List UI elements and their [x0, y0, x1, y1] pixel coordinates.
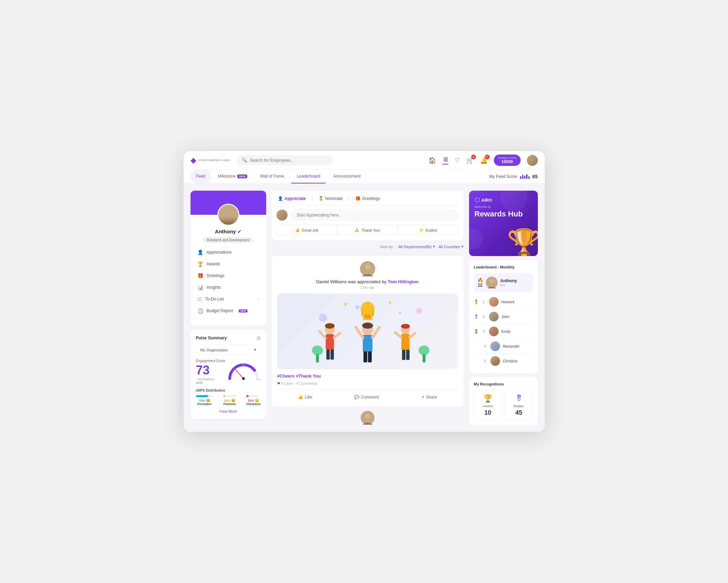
- department-filter[interactable]: All Departments/BU ▾: [399, 244, 435, 249]
- leaderboard-title: Leaderboard - Monthly: [474, 265, 533, 269]
- sidebar-item-appreciations[interactable]: 👤 Appreciations: [191, 246, 266, 258]
- tab-appreciate[interactable]: 👤 Appreciate: [276, 195, 307, 202]
- rewards-title: Rewards Hub: [475, 210, 532, 218]
- engagement-score: 73: [196, 364, 221, 377]
- center-feed: 👤 Appreciate | 🏅 Nominate | 🎁 Greetings: [272, 191, 464, 425]
- lb-rank-5: 5: [484, 359, 486, 363]
- search-bar[interactable]: 🔍: [237, 155, 333, 165]
- view-by-row: View by : All Departments/BU ▾ All Count…: [272, 244, 464, 249]
- post-image: ★ ★ ✦: [277, 294, 458, 369]
- leaderboard-card: Leaderboard - Monthly 🔥 12: [469, 260, 538, 373]
- svg-line-0: [235, 369, 243, 379]
- lb-item-5: 5 Christine: [474, 354, 533, 368]
- post-input[interactable]: [291, 210, 459, 221]
- sidebar-item-label: Greetings: [207, 273, 225, 278]
- lb-first-avatar: [486, 277, 498, 288]
- kudos-button[interactable]: ⭐ Kudos!: [398, 225, 459, 235]
- svg-line-32: [395, 332, 401, 338]
- appreciation-tabs: 👤 Appreciate | 🏅 Nominate | 🎁 Greetings: [276, 195, 459, 205]
- svg-point-38: [312, 346, 323, 355]
- like-button[interactable]: 👍 Like: [294, 393, 316, 401]
- monitor-button[interactable]: 🖥: [442, 156, 448, 165]
- lb-first-place: 🔥 12 Anthony you: [474, 273, 533, 292]
- sidebar-item-awards[interactable]: 🏆 Awards: [191, 258, 266, 270]
- engagement-section: Engagement Score 73 ↑ vs Previous week: [196, 359, 261, 384]
- search-icon: 🔍: [242, 158, 247, 163]
- thank-you-button[interactable]: 🙏 Thank You!: [337, 225, 398, 235]
- sidebar-menu: 👤 Appreciations 🏆 Awards 🎁 Greetings 📊 I…: [191, 243, 266, 320]
- pulse-card: Pulse Summary ⊞ My Organization ▾ Engage…: [191, 330, 266, 419]
- tab-leaderboard[interactable]: Leaderboard: [291, 170, 326, 183]
- feed-score: My Feed Score 65: [489, 174, 538, 179]
- svg-line-25: [356, 327, 363, 338]
- promoters-stat: 70% 😊 Promoters: [196, 395, 213, 406]
- heart-button[interactable]: ♡: [455, 157, 460, 164]
- pulse-settings-icon[interactable]: ⊞: [257, 335, 261, 341]
- detractors-stat: 20% 😞 Detractors: [246, 395, 261, 406]
- org-selector[interactable]: My Organization ▾: [196, 345, 261, 355]
- post-input-row: [276, 210, 459, 221]
- score-bar-5: [528, 176, 530, 179]
- sidebar-item-label: Appreciations: [207, 250, 232, 255]
- post-author-row: [277, 261, 458, 276]
- svg-rect-21: [330, 349, 334, 360]
- comment-button[interactable]: 💬 Comment: [351, 393, 382, 401]
- svg-rect-31: [401, 334, 410, 350]
- passives-label: Passives: [224, 402, 236, 406]
- logo-icon: ◆: [191, 156, 196, 165]
- fire-icon: 🔥: [477, 277, 483, 283]
- post-actions: 👍 Like 💬 Comment ↗ Share: [277, 389, 458, 401]
- tab-wall-of-fame[interactable]: Wall of Fame: [254, 170, 290, 183]
- tab-announcement[interactable]: Announcement: [327, 170, 366, 183]
- post-meta: ❤ 5 Likes · 4 Comments: [277, 381, 458, 386]
- lb-avatar-1: [489, 297, 499, 307]
- sidebar-item-budget[interactable]: 📋 Budget Report NEW: [191, 305, 266, 317]
- score-bar-3: [524, 176, 525, 179]
- svg-text:✦: ✦: [399, 311, 401, 315]
- notification-button[interactable]: 🔔 2: [480, 157, 488, 164]
- appreciated-by-link[interactable]: Tom Hillington: [388, 279, 419, 284]
- view-more-button[interactable]: View More: [196, 409, 261, 413]
- great-job-button[interactable]: 👍 Great Job: [276, 225, 337, 235]
- sidebar-item-todo[interactable]: ☑ To-Do-List ›: [191, 293, 266, 305]
- star-icon: ⭐: [419, 228, 424, 232]
- user-avatar[interactable]: [527, 155, 538, 166]
- sidebar-item-greetings[interactable]: 🎁 Greetings: [191, 270, 266, 282]
- sidebar-item-insights[interactable]: 📊 Insights: [191, 282, 266, 293]
- lb-avatar-2: [489, 312, 499, 321]
- lb-name-1: Howard: [501, 300, 514, 304]
- tab-milestone[interactable]: Milestone NEW: [213, 170, 253, 183]
- svg-point-29: [362, 322, 373, 329]
- home-button[interactable]: 🏠: [428, 157, 436, 164]
- recognitions-card: My Recognitions 🏆 Awards 10 🎖 Badges 45: [469, 377, 538, 425]
- svg-point-22: [325, 323, 335, 329]
- share-button[interactable]: ↗ Share: [417, 393, 441, 401]
- cart-button[interactable]: 🛒 2: [466, 157, 474, 164]
- vantage-value: 10500: [501, 159, 513, 164]
- score-bars: [520, 174, 530, 179]
- search-input[interactable]: [250, 158, 328, 163]
- thumbs-up-icon: 👍: [295, 228, 300, 232]
- svg-rect-17: [326, 334, 334, 350]
- lb-name-2: John: [501, 315, 510, 319]
- sidebar-item-label: Awards: [207, 262, 220, 266]
- svg-rect-12: [362, 318, 373, 320]
- profile-avatar: [217, 204, 239, 226]
- chevron-down-icon: ▾: [254, 348, 256, 352]
- tab-feed[interactable]: Feed: [191, 170, 211, 183]
- countries-filter[interactable]: All Countries ▾: [438, 244, 463, 249]
- gold-medal-icon: 🥇: [474, 300, 479, 304]
- lb-name-3: Emily: [501, 329, 511, 333]
- appreciate-icon: 👤: [278, 196, 283, 201]
- svg-point-36: [401, 324, 410, 329]
- tab-nominate[interactable]: 🏅 Nominate: [317, 195, 344, 202]
- todo-icon: ☑: [197, 296, 202, 302]
- badges-rec-label: Badges: [513, 404, 524, 408]
- lb-rank-1: 1: [483, 300, 485, 304]
- tab-greetings[interactable]: 🎁 Greetings: [354, 195, 381, 202]
- vantage-points[interactable]: Vantage Points 10500: [494, 155, 521, 166]
- feed-post: Daniel Williams was appreciated by Tom H…: [272, 256, 464, 407]
- passives-stat: 10% 😐 Passives: [224, 395, 236, 406]
- svg-rect-11: [364, 314, 371, 318]
- lb-first-rank: 🔥 12: [477, 277, 483, 288]
